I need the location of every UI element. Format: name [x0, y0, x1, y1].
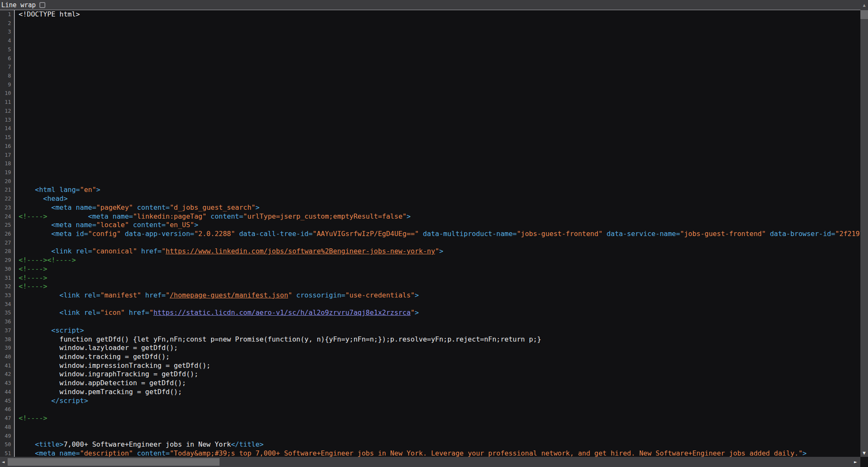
- code-token: "AAYuVIGsrfwIzP/EgD4UEg==": [313, 230, 419, 238]
- line-number: 2: [0, 19, 14, 28]
- code-line: [19, 89, 868, 98]
- line-number: 39: [0, 344, 14, 353]
- code-line: [19, 177, 868, 186]
- code-token: ": [411, 309, 415, 317]
- line-number: 29: [0, 256, 14, 265]
- code-token: >: [439, 247, 443, 255]
- scroll-left-button[interactable]: ◄: [2, 460, 5, 464]
- line-number: 26: [0, 230, 14, 239]
- code-token: "2.0.2288": [194, 230, 235, 238]
- code-line: <!---->: [19, 282, 868, 291]
- code-line: window.tracking = getDfd();: [19, 353, 868, 361]
- code-line: [19, 168, 868, 177]
- horizontal-scrollbar-thumb[interactable]: [8, 458, 220, 466]
- line-number: 43: [0, 379, 14, 388]
- code-line: [19, 239, 868, 247]
- line-number: 14: [0, 124, 14, 133]
- code-token: "jobs-guest-frontend": [517, 230, 602, 238]
- scroll-down-button[interactable]: ▼: [860, 451, 868, 455]
- code-token: 7,000+ Software+Engineer jobs in New Yor…: [64, 440, 231, 448]
- code-line: [19, 28, 868, 36]
- line-number: 13: [0, 116, 14, 125]
- line-number: 41: [0, 361, 14, 370]
- code-line: [19, 423, 868, 432]
- vertical-scrollbar-thumb[interactable]: [860, 10, 868, 19]
- code-token: </script>: [19, 397, 88, 405]
- code-token: crossorigin=: [292, 291, 345, 299]
- code-line: [19, 72, 868, 81]
- code-token: ": [288, 291, 292, 299]
- code-token: <head>: [19, 195, 68, 203]
- line-number: 5: [0, 45, 14, 54]
- code-token: >: [96, 186, 100, 194]
- code-line: <html lang="en">: [19, 186, 868, 195]
- code-token: <meta name=: [19, 203, 96, 211]
- line-number: 1: [0, 10, 14, 19]
- line-number: 47: [0, 414, 14, 423]
- code-token: window.impressionTracking = getDfd();: [19, 361, 211, 370]
- code-line: [19, 107, 868, 116]
- code-token: href=: [125, 309, 149, 317]
- line-number: 37: [0, 326, 14, 335]
- vertical-scrollbar[interactable]: ▲ ▼: [860, 0, 868, 457]
- code-token: data-multiproduct-name=: [419, 230, 517, 238]
- code-token: window.pemTracking = getDfd();: [19, 388, 182, 396]
- code-line: [19, 317, 868, 326]
- toolbar: Line wrap: [0, 0, 868, 10]
- line-number: 21: [0, 186, 14, 195]
- scroll-up-button[interactable]: ▲: [860, 0, 868, 10]
- scrollbar-corner: [860, 457, 868, 467]
- code-line: [19, 124, 868, 133]
- code-line: [19, 159, 868, 168]
- horizontal-scrollbar[interactable]: ◄ ►: [0, 457, 868, 467]
- code-token: data-call-tree-id=: [235, 230, 313, 238]
- code-token: <link rel=: [19, 291, 100, 299]
- code-token: <meta id=: [19, 230, 88, 238]
- code-token: [47, 212, 88, 220]
- line-number: 15: [0, 133, 14, 142]
- code-token: "pageKey": [96, 203, 133, 211]
- line-wrap-label[interactable]: Line wrap: [1, 1, 36, 9]
- code-token: window.tracking = getDfd();: [19, 353, 170, 361]
- code-token: href=: [141, 291, 166, 299]
- line-number: 8: [0, 72, 14, 81]
- line-number: 36: [0, 317, 14, 326]
- line-number: 18: [0, 159, 14, 168]
- code-line: [19, 54, 868, 63]
- line-number: 33: [0, 291, 14, 300]
- code-line: <!----><!---->: [19, 256, 868, 265]
- code-token: "en": [80, 186, 97, 194]
- code-token: "config": [88, 230, 121, 238]
- line-number: 30: [0, 265, 14, 274]
- line-wrap-checkbox[interactable]: [39, 2, 45, 8]
- code-token: <script>: [19, 326, 84, 334]
- code-line: <!DOCTYPE html>: [19, 10, 868, 19]
- code-line: <title>7,000+ Software+Engineer jobs in …: [19, 440, 868, 449]
- line-number: 12: [0, 107, 14, 116]
- view-source-window: Line wrap 123456789101112131415161718192…: [0, 0, 868, 467]
- source-link[interactable]: https://www.linkedin.com/jobs/software%2…: [166, 247, 435, 255]
- scroll-right-button[interactable]: ►: [854, 460, 857, 464]
- line-number: 10: [0, 89, 14, 98]
- line-number: 16: [0, 142, 14, 151]
- code-token: window.ingraphTracking = getDfd();: [19, 370, 198, 378]
- code-token: data-browser-id=: [766, 230, 835, 238]
- code-line: <link rel="icon" href="https://static.li…: [19, 309, 868, 317]
- line-number: 44: [0, 388, 14, 397]
- scroll-down-icon: ▼: [863, 451, 866, 455]
- code-token: "Today&amp;#39;s top 7,000+ Software+Eng…: [170, 449, 802, 457]
- code-token: content=: [133, 449, 170, 457]
- source-link[interactable]: /homepage-guest/manifest.json: [170, 291, 288, 299]
- code-token: <html lang=: [19, 186, 80, 194]
- line-number: 38: [0, 335, 14, 344]
- code-token: window.appDetection = getDfd();: [19, 379, 186, 387]
- code-line: window.impressionTracking = getDfd();: [19, 361, 868, 370]
- code-line: </script>: [19, 397, 868, 406]
- code-line: [19, 116, 868, 125]
- line-number: 34: [0, 300, 14, 309]
- code-line: [19, 63, 868, 72]
- code-token: >: [415, 291, 419, 299]
- code-line: window.lazyloader = getDfd();: [19, 344, 868, 353]
- source-link[interactable]: https://static.licdn.com/aero-v1/sc/h/al…: [153, 309, 411, 317]
- line-number: 7: [0, 63, 14, 72]
